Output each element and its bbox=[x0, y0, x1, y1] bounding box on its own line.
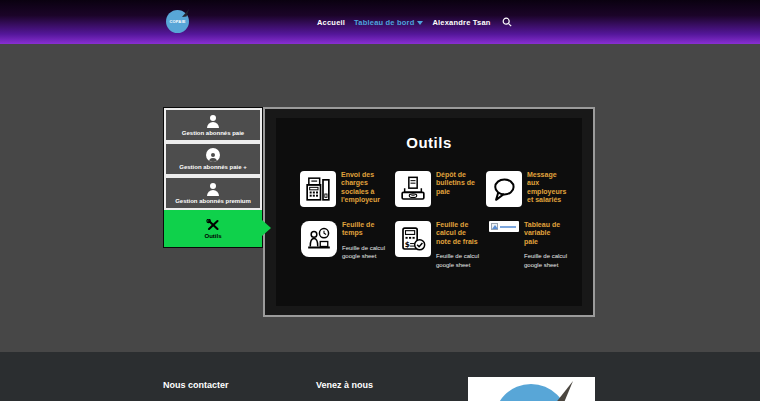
tools-widget: Gestion abonnés paie Gestion abonnés pai… bbox=[163, 107, 595, 317]
tool-tableau-variable-paie[interactable]: Tableau de variable paie Feuille de calc… bbox=[489, 221, 570, 270]
search-button[interactable] bbox=[502, 17, 512, 27]
footer-visit-heading: Venez à nous bbox=[316, 380, 373, 390]
chevron-down-icon bbox=[417, 21, 423, 25]
tool-title: Feuille de temps bbox=[342, 221, 384, 238]
page: COPAIE Accueil Tableau de bord Alexandre… bbox=[0, 0, 760, 401]
tool-subtitle: Feuille de calcul google sheet bbox=[436, 252, 482, 269]
panel-title: Outils bbox=[276, 134, 582, 151]
footer-logo-card bbox=[468, 377, 595, 401]
tab-gestion-abonnes-paie[interactable]: Gestion abonnés paie bbox=[164, 108, 262, 142]
tool-title: Feuille de calcul de note de frais bbox=[436, 221, 478, 246]
brand-logo[interactable]: COPAIE bbox=[166, 10, 189, 33]
vertical-tab-list: Gestion abonnés paie Gestion abonnés pai… bbox=[163, 107, 263, 248]
nav-accueil[interactable]: Accueil bbox=[317, 18, 345, 27]
active-tab-arrow bbox=[262, 220, 271, 236]
user-icon bbox=[207, 183, 219, 196]
tool-title: Envoi des charges sociales à l'employeur bbox=[341, 171, 383, 205]
tab-label: Gestion abonnés premium bbox=[175, 198, 251, 204]
tool-text: Feuille de temps Feuille de calcul googl… bbox=[342, 221, 388, 261]
tab-outils[interactable]: Outils bbox=[164, 210, 262, 247]
main-nav: Accueil Tableau de bord Alexandre Tsan bbox=[317, 0, 512, 44]
tab-gestion-abonnes-paie-plus[interactable]: Gestion abonnés paie + bbox=[164, 142, 262, 176]
tool-text: Message aux employeurs et salariés bbox=[527, 171, 573, 207]
tool-envoi-charges[interactable]: Envoi des charges sociales à l'employeur bbox=[300, 171, 387, 207]
brand-logo-text: COPAIE bbox=[169, 19, 185, 24]
tools-panel: Outils bbox=[263, 107, 595, 317]
svg-text:$: $ bbox=[405, 240, 410, 249]
fax-machine-icon bbox=[300, 171, 336, 207]
tool-title: Tableau de variable paie bbox=[524, 221, 566, 246]
nav-user[interactable]: Alexandre Tsan bbox=[432, 18, 490, 27]
expense-calculator-icon: $ bbox=[395, 221, 431, 257]
nav-tableau-de-bord[interactable]: Tableau de bord bbox=[354, 18, 423, 27]
top-navbar: COPAIE Accueil Tableau de bord Alexandre… bbox=[0, 0, 760, 44]
crossed-tools-icon bbox=[206, 219, 220, 231]
search-icon bbox=[502, 17, 512, 27]
footer-logo-arrow-icon bbox=[550, 379, 576, 401]
tool-note-de-frais[interactable]: $ Feuille de calcul de note de frais Feu… bbox=[395, 221, 482, 270]
tab-label: Outils bbox=[204, 233, 221, 239]
user-circle-icon bbox=[206, 148, 220, 162]
tab-label: Gestion abonnés paie + bbox=[179, 164, 247, 170]
footer-contact-heading: Nous contacter bbox=[163, 380, 229, 390]
document-deposit-icon bbox=[395, 171, 431, 207]
tool-depot-bulletins[interactable]: Dépôt de bulletins de paie bbox=[395, 171, 482, 207]
user-icon bbox=[207, 115, 219, 128]
speech-bubble-icon bbox=[486, 171, 522, 207]
tool-text: Dépôt de bulletins de paie bbox=[436, 171, 482, 207]
broken-image-placeholder bbox=[489, 221, 519, 232]
tool-message-employeurs[interactable]: Message aux employeurs et salariés bbox=[486, 171, 573, 207]
tab-gestion-abonnes-premium[interactable]: Gestion abonnés premium bbox=[164, 176, 262, 210]
timesheet-desk-icon bbox=[301, 221, 337, 257]
tab-label: Gestion abonnés paie bbox=[182, 130, 244, 136]
tool-subtitle: Feuille de calcul google sheet bbox=[524, 252, 570, 269]
tool-text: Feuille de calcul de note de frais Feuil… bbox=[436, 221, 482, 270]
tool-title: Message aux employeurs et salariés bbox=[527, 171, 569, 205]
tool-subtitle: Feuille de calcul google sheet bbox=[342, 244, 388, 261]
logo-arrow-icon bbox=[181, 8, 190, 17]
tools-card: Outils bbox=[276, 118, 582, 306]
footer: Nous contacter Venez à nous bbox=[0, 352, 760, 401]
nav-tableau-de-bord-label: Tableau de bord bbox=[354, 18, 414, 27]
tool-text: Tableau de variable paie Feuille de calc… bbox=[524, 221, 570, 270]
tool-text: Envoi des charges sociales à l'employeur bbox=[341, 171, 387, 207]
tool-feuille-temps[interactable]: Feuille de temps Feuille de calcul googl… bbox=[301, 221, 388, 261]
tool-title: Dépôt de bulletins de paie bbox=[436, 171, 478, 196]
